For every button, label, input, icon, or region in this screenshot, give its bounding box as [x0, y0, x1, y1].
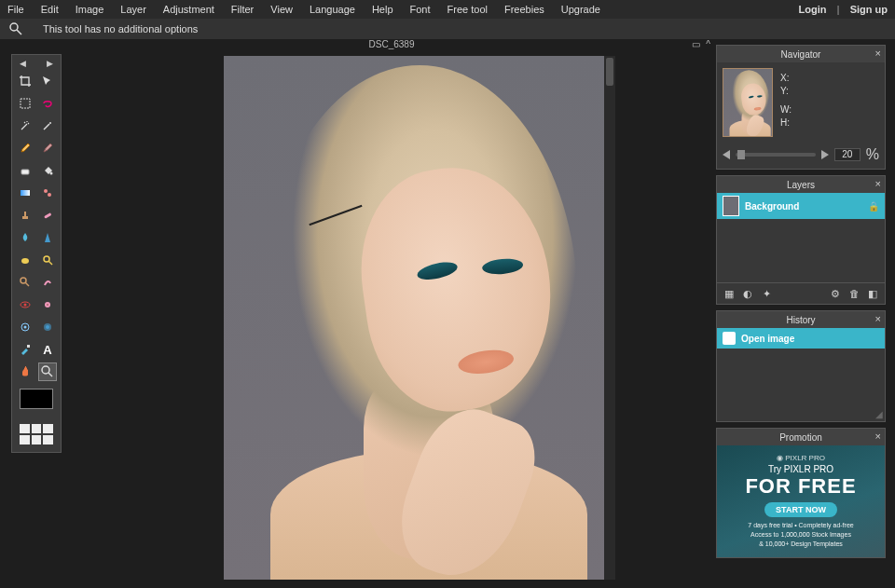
menu-font[interactable]: Font	[410, 4, 431, 15]
blur-tool[interactable]	[16, 228, 34, 247]
layers-close-icon[interactable]: ×	[875, 178, 881, 189]
swatch-grid[interactable]	[16, 424, 57, 444]
canvas[interactable]	[224, 56, 615, 580]
color-swatches[interactable]	[16, 389, 57, 420]
auth-links: Login | Sign up	[799, 4, 888, 15]
toolbox-prev-icon[interactable]: ◀	[20, 59, 26, 68]
eraser-tool[interactable]	[16, 161, 34, 180]
nav-h-label: H:	[780, 116, 879, 130]
zoom-in-icon[interactable]	[821, 150, 829, 159]
menu-edit[interactable]: Edit	[41, 4, 59, 15]
stamp-tool[interactable]	[16, 206, 34, 225]
navigator-close-icon[interactable]: ×	[875, 48, 881, 59]
lock-icon[interactable]: 🔒	[868, 201, 879, 212]
layer-thumbnail	[723, 196, 739, 216]
menu-adjustment[interactable]: Adjustment	[163, 4, 214, 15]
menu-language[interactable]: Language	[310, 4, 355, 15]
zoom-value[interactable]: 20	[834, 148, 861, 161]
toolbox-next-icon[interactable]: ▶	[47, 59, 53, 68]
menu-help[interactable]: Help	[372, 4, 393, 15]
wand-tool[interactable]	[16, 116, 34, 135]
vertical-scrollbar[interactable]	[604, 56, 615, 580]
resize-handle-icon[interactable]: ◢	[875, 409, 883, 419]
zoom-slider-handle[interactable]	[737, 150, 745, 159]
svg-point-17	[21, 302, 30, 308]
signup-link[interactable]: Sign up	[850, 4, 888, 15]
foreground-color-swatch[interactable]	[20, 389, 53, 409]
pencil-tool[interactable]	[16, 139, 34, 157]
canvas-image	[224, 56, 604, 580]
move-tool[interactable]	[38, 72, 57, 90]
scrollbar-thumb[interactable]	[606, 58, 613, 86]
layer-settings-icon[interactable]: ⚙	[829, 287, 842, 300]
zoom-slider[interactable]	[736, 153, 816, 157]
menu-layer[interactable]: Layer	[120, 4, 146, 15]
wand-alt-tool[interactable]	[38, 116, 57, 135]
navigator-panel: Navigator × X: Y: W: H: 20 %	[716, 45, 886, 170]
layer-fx-icon[interactable]: ✦	[760, 287, 773, 300]
window-minimize-icon[interactable]: ▭	[692, 39, 700, 49]
spot-tool[interactable]	[38, 295, 57, 314]
login-link[interactable]: Login	[799, 4, 827, 15]
layer-mask-icon[interactable]: ◐	[741, 287, 754, 300]
history-panel: History × Open image ◢	[716, 310, 886, 422]
history-title: History	[786, 315, 815, 325]
history-step-label: Open image	[741, 334, 794, 344]
layer-delete-icon[interactable]: 🗑	[847, 287, 861, 300]
menu-freebies[interactable]: Freebies	[504, 4, 544, 15]
auth-divider: |	[837, 4, 840, 15]
layer-row[interactable]: Background 🔒	[717, 193, 885, 219]
menu-upgrade[interactable]: Upgrade	[561, 4, 600, 15]
menu-file[interactable]: File	[7, 4, 24, 15]
layers-title: Layers	[787, 180, 815, 190]
paint-bucket-tool[interactable]	[38, 161, 57, 180]
zoom-out-icon[interactable]	[723, 150, 730, 159]
nav-y-label: Y:	[780, 85, 879, 98]
layer-more-icon[interactable]: ◧	[866, 287, 879, 300]
red-eye-tool[interactable]	[16, 295, 34, 314]
svg-point-3	[49, 122, 51, 124]
zoom-tool[interactable]	[38, 362, 57, 381]
sponge-tool[interactable]	[16, 251, 34, 269]
pinch-tool[interactable]	[16, 318, 34, 336]
menu-free-tool[interactable]: Free tool	[448, 4, 488, 15]
history-close-icon[interactable]: ×	[875, 313, 881, 324]
history-row[interactable]: Open image	[717, 328, 885, 349]
window-maximize-icon[interactable]: ^	[706, 39, 710, 49]
navigator-title: Navigator	[781, 49, 821, 60]
layer-new-icon[interactable]: ▦	[723, 287, 736, 300]
svg-point-19	[45, 302, 50, 308]
sharpen-tool[interactable]	[38, 228, 57, 247]
lasso-tool[interactable]	[38, 94, 57, 113]
svg-rect-11	[44, 212, 51, 219]
color-picker-tool[interactable]	[16, 340, 34, 359]
svg-point-22	[24, 326, 27, 329]
dodge-tool[interactable]	[38, 251, 57, 269]
history-step-icon	[723, 332, 736, 345]
brush-tool[interactable]	[38, 139, 57, 157]
menu-filter[interactable]: Filter	[231, 4, 254, 15]
layers-panel: Layers × Background 🔒 ▦ ◐ ✦ ⚙ 🗑 ◧	[716, 175, 886, 305]
svg-point-24	[46, 325, 49, 329]
clone-tool[interactable]	[38, 184, 57, 202]
healing-tool[interactable]	[38, 206, 57, 225]
svg-point-13	[44, 256, 49, 262]
hand-tool[interactable]	[16, 362, 34, 381]
marquee-tool[interactable]	[16, 94, 34, 113]
burn-tool[interactable]	[16, 273, 34, 292]
smudge-tool[interactable]	[38, 273, 57, 292]
menu-image[interactable]: Image	[76, 4, 104, 15]
type-tool[interactable]: A	[38, 340, 57, 359]
menu-view[interactable]: View	[270, 4, 293, 15]
promotion-close-icon[interactable]: ×	[875, 431, 881, 442]
navigator-thumbnail[interactable]	[723, 68, 773, 137]
promo-cta-button[interactable]: START NOW	[764, 502, 837, 517]
zoom-unit: %	[866, 146, 879, 163]
toolbox: ◀ ▶ A	[11, 54, 62, 453]
gradient-tool[interactable]	[16, 184, 34, 202]
crop-tool[interactable]	[16, 72, 34, 90]
bloat-tool[interactable]	[38, 318, 57, 336]
document-title-bar: DSC_6389 ▭ ^	[67, 39, 716, 54]
svg-point-26	[42, 366, 49, 374]
svg-line-16	[25, 282, 29, 286]
